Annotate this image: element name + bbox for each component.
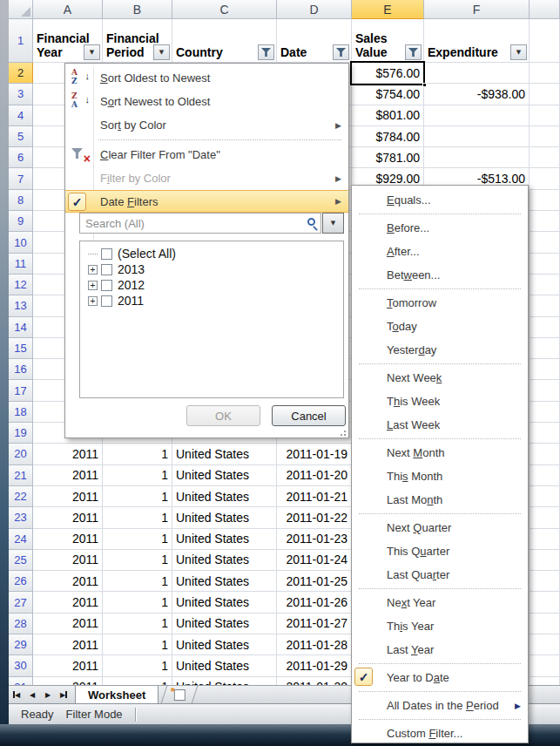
cell-A21[interactable]: 2011 xyxy=(33,465,103,486)
filter-button-financial-year[interactable]: ▼ xyxy=(84,44,100,60)
row-header-5[interactable]: 5 xyxy=(9,126,33,147)
cell-D22[interactable]: 2011-01-21 xyxy=(277,486,352,507)
cell-G12[interactable] xyxy=(530,275,560,295)
row-header-10[interactable]: 10 xyxy=(9,232,33,253)
previous-sheet-button[interactable]: ◀ xyxy=(24,686,40,703)
cell-F4[interactable] xyxy=(424,105,530,126)
cell-F3[interactable]: -$938.00 xyxy=(424,84,530,105)
cell-G1[interactable] xyxy=(530,19,560,63)
cell-D20[interactable]: 2011-01-19 xyxy=(277,444,352,465)
expand-icon[interactable]: + xyxy=(88,265,98,275)
cell-A23[interactable]: 2011 xyxy=(33,507,103,528)
cell-E3[interactable]: $754.00 xyxy=(352,84,424,105)
row-header-12[interactable]: 12 xyxy=(9,275,33,295)
filter-button-date[interactable] xyxy=(333,44,349,60)
submenu-item-all-dates-in-the-period[interactable]: All Dates in the Period▶ xyxy=(352,694,528,717)
cell-C27[interactable]: United States xyxy=(172,592,277,613)
select-all-corner[interactable] xyxy=(9,0,33,19)
cell-G31[interactable] xyxy=(530,677,560,685)
cell-B25[interactable]: 1 xyxy=(103,550,172,571)
column-header-g[interactable] xyxy=(530,0,560,19)
menu-item-sort-newest-to-oldest[interactable]: ZA↓Sort Newest to Oldest xyxy=(65,90,348,113)
cell-C23[interactable]: United States xyxy=(172,507,277,528)
row-header-9[interactable]: 9 xyxy=(9,211,33,232)
cell-G17[interactable] xyxy=(530,380,560,401)
cell-E2[interactable]: $576.00 xyxy=(352,63,424,84)
row-header-21[interactable]: 21 xyxy=(9,465,33,486)
submenu-item-equals[interactable]: Equals... xyxy=(352,188,528,212)
cell-G28[interactable] xyxy=(530,614,560,634)
cell-B20[interactable]: 1 xyxy=(103,444,172,465)
cell-C30[interactable]: United States xyxy=(172,655,277,676)
cell-D29[interactable]: 2011-01-28 xyxy=(277,634,352,655)
header-country[interactable]: Country xyxy=(172,19,277,63)
row-header-11[interactable]: 11 xyxy=(9,254,33,275)
submenu-item-this-month[interactable]: This Month xyxy=(352,465,528,488)
cell-G20[interactable] xyxy=(530,444,560,465)
submenu-item-next-month[interactable]: Next Month xyxy=(352,441,528,465)
cell-B24[interactable]: 1 xyxy=(103,529,172,550)
submenu-item-this-quarter[interactable]: This Quarter xyxy=(352,539,528,563)
cell-G18[interactable] xyxy=(530,402,560,423)
cell-D21[interactable]: 2011-01-20 xyxy=(277,465,352,486)
cell-D30[interactable]: 2011-01-29 xyxy=(277,655,352,676)
row-header-18[interactable]: 18 xyxy=(9,402,33,423)
submenu-item-next-week[interactable]: Next Week xyxy=(352,366,528,390)
header-financial-period[interactable]: Financial Period ▼ xyxy=(103,19,172,63)
cell-A20[interactable]: 2011 xyxy=(33,444,103,465)
menu-item-clear-filter-from-date[interactable]: ×Clear Filter From "Date" xyxy=(65,143,348,166)
cell-G14[interactable] xyxy=(530,317,560,338)
cell-G30[interactable] xyxy=(530,655,560,676)
cell-C24[interactable]: United States xyxy=(172,529,277,550)
cell-B31[interactable]: 1 xyxy=(103,677,172,685)
ok-button[interactable]: OK xyxy=(186,405,260,426)
search-input[interactable] xyxy=(80,217,320,230)
row-header-16[interactable]: 16 xyxy=(9,359,33,380)
cell-G5[interactable] xyxy=(530,126,560,147)
submenu-item-today[interactable]: Today xyxy=(352,315,528,338)
menu-item-sort-oldest-to-newest[interactable]: AZ↓Sort Oldest to Newest xyxy=(65,66,348,90)
cell-A26[interactable]: 2011 xyxy=(33,571,103,592)
checkbox[interactable] xyxy=(101,295,112,307)
cell-B28[interactable]: 1 xyxy=(103,614,172,634)
submenu-item-custom-filter[interactable]: Custom Filter... xyxy=(352,722,528,745)
submenu-item-next-year[interactable]: Next Year xyxy=(352,591,528,614)
checkbox[interactable] xyxy=(101,264,112,275)
cell-G4[interactable] xyxy=(530,105,560,126)
submenu-item-before[interactable]: Before... xyxy=(352,216,528,240)
cell-B26[interactable]: 1 xyxy=(103,571,172,592)
cell-F6[interactable] xyxy=(424,147,530,168)
resize-grip[interactable] xyxy=(337,427,346,436)
column-header-A[interactable]: A xyxy=(33,0,103,19)
cell-G11[interactable] xyxy=(530,254,560,275)
submenu-item-this-year[interactable]: This Year xyxy=(352,614,528,638)
last-sheet-button[interactable]: ▶ xyxy=(56,686,71,703)
row-header-6[interactable]: 6 xyxy=(9,147,33,168)
cell-B23[interactable]: 1 xyxy=(103,507,172,528)
cell-G6[interactable] xyxy=(530,147,560,168)
submenu-item-year-to-date[interactable]: ✓Year to Date xyxy=(352,666,528,689)
expand-icon[interactable]: + xyxy=(88,281,98,290)
row-header-26[interactable]: 26 xyxy=(9,571,33,592)
cell-D25[interactable]: 2011-01-24 xyxy=(277,550,352,571)
tree-item-2012[interactable]: +2012 xyxy=(80,277,343,293)
cell-G22[interactable] xyxy=(530,486,560,507)
row-header-20[interactable]: 20 xyxy=(9,444,33,465)
cell-G3[interactable] xyxy=(530,84,560,105)
cell-G24[interactable] xyxy=(530,529,560,550)
cell-C25[interactable]: United States xyxy=(172,550,277,571)
cell-A22[interactable]: 2011 xyxy=(33,486,103,507)
row-header-29[interactable]: 29 xyxy=(9,634,33,655)
row-header-15[interactable]: 15 xyxy=(9,338,33,359)
filter-button-sales-value[interactable] xyxy=(405,44,422,60)
row-header-17[interactable]: 17 xyxy=(9,380,33,401)
header-expenditure[interactable]: Expenditure ▼ xyxy=(424,19,530,63)
cell-C31[interactable]: United States xyxy=(172,677,277,685)
menu-item-filter-by-color[interactable]: Filter by Color▶ xyxy=(65,166,348,190)
filter-button-expenditure[interactable]: ▼ xyxy=(510,44,527,60)
cell-A31[interactable]: 2011 xyxy=(33,677,103,685)
cell-C22[interactable]: United States xyxy=(172,486,277,507)
submenu-item-next-quarter[interactable]: Next Quarter xyxy=(352,516,528,539)
cell-B22[interactable]: 1 xyxy=(103,486,172,507)
cell-G21[interactable] xyxy=(530,465,560,486)
